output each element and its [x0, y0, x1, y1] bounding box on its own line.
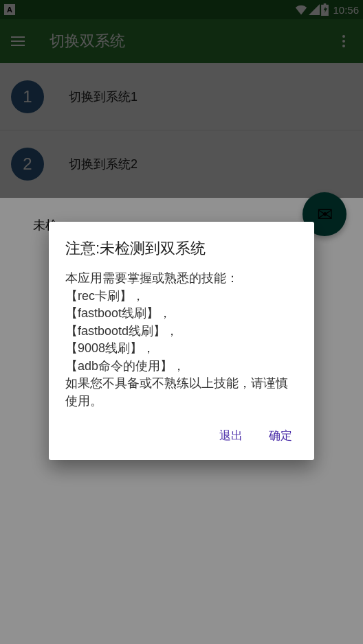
dialog-title: 注意:未检测到双系统 [65, 238, 298, 259]
dialog-body: 本应用需要掌握或熟悉的技能： 【rec卡刷】， 【fastboot线刷】， 【f… [65, 270, 298, 410]
alert-dialog: 注意:未检测到双系统 本应用需要掌握或熟悉的技能： 【rec卡刷】， 【fast… [49, 222, 314, 460]
exit-button[interactable]: 退出 [217, 424, 245, 448]
confirm-button[interactable]: 确定 [266, 424, 295, 448]
